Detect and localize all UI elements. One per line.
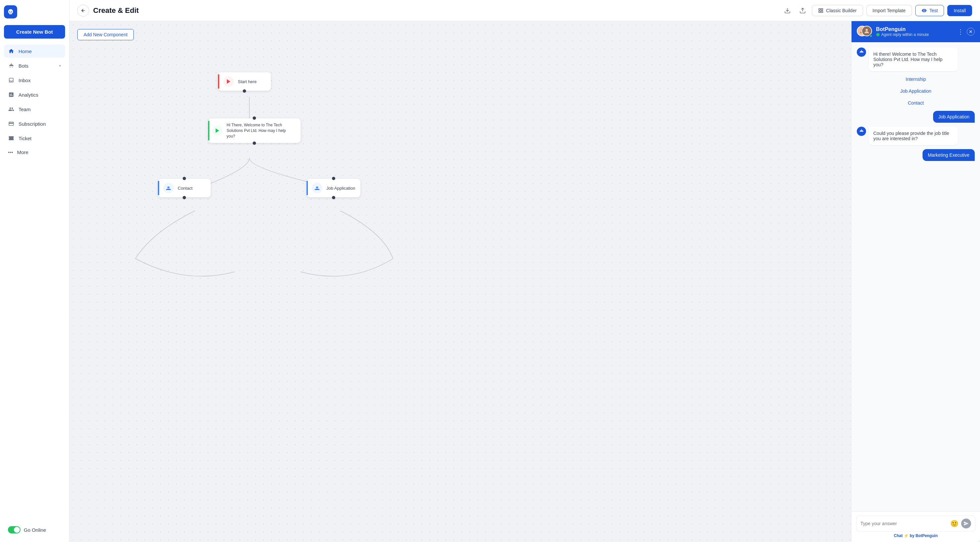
chat-panel: BotPenguin Agent reply within a minute ⋮… bbox=[851, 21, 980, 542]
svg-point-10 bbox=[876, 33, 880, 36]
chat-header-info: BotPenguin Agent reply within a minute bbox=[876, 26, 954, 37]
start-node-label: Start here bbox=[238, 79, 257, 84]
chat-option-internship[interactable]: Internship bbox=[857, 75, 975, 83]
sidebar-logo bbox=[4, 5, 17, 19]
sidebar-item-analytics-label: Analytics bbox=[19, 92, 38, 98]
sidebar-item-team[interactable]: Team bbox=[4, 103, 65, 116]
import-template-button[interactable]: Import Template bbox=[866, 5, 912, 16]
chat-avatar-group bbox=[857, 26, 873, 38]
emoji-icon[interactable]: 🙂 bbox=[950, 520, 959, 528]
chat-input-row: 🙂 bbox=[856, 516, 975, 531]
go-online-toggle[interactable] bbox=[8, 526, 21, 533]
add-component-button[interactable]: Add New Component bbox=[77, 29, 134, 40]
svg-rect-5 bbox=[821, 11, 823, 13]
bot-message-row-1: Hi there! Welcome to The Tech Solutions … bbox=[857, 48, 975, 71]
bots-arrow-icon: ▾ bbox=[59, 64, 61, 68]
flow-connections bbox=[69, 21, 851, 542]
upload-button[interactable] bbox=[797, 5, 808, 16]
chat-status: Agent reply within a minute bbox=[876, 32, 954, 37]
sidebar-item-ticket[interactable]: Ticket bbox=[4, 132, 65, 145]
bots-icon bbox=[8, 62, 14, 69]
bot-avatar-2 bbox=[857, 127, 866, 136]
user-message-bubble-2: Marketing Executive bbox=[923, 149, 975, 161]
sidebar-item-bots[interactable]: Bots ▾ bbox=[4, 59, 65, 72]
chat-header: BotPenguin Agent reply within a minute ⋮… bbox=[851, 21, 980, 42]
home-icon bbox=[8, 48, 14, 54]
lightning-icon: ⚡ bbox=[904, 533, 908, 538]
svg-marker-6 bbox=[227, 79, 231, 84]
contact-node[interactable]: Contact bbox=[158, 179, 211, 197]
svg-point-9 bbox=[866, 29, 868, 31]
chat-body: Hi there! Welcome to The Tech Solutions … bbox=[851, 42, 980, 511]
go-online-row: Go Online bbox=[4, 523, 65, 537]
user-message-row-2: Marketing Executive bbox=[857, 149, 975, 161]
bot-message-bubble-1: Hi there! Welcome to The Tech Solutions … bbox=[869, 48, 958, 71]
analytics-icon bbox=[8, 91, 14, 98]
svg-point-0 bbox=[9, 11, 10, 12]
user-message-bubble-1: Job Application bbox=[933, 111, 975, 123]
ticket-icon bbox=[8, 135, 14, 141]
online-indicator bbox=[869, 34, 873, 38]
sidebar-item-home[interactable]: Home bbox=[4, 44, 65, 58]
sidebar-item-ticket-label: Ticket bbox=[19, 136, 31, 141]
subscription-icon bbox=[8, 120, 14, 127]
inbox-icon bbox=[8, 77, 14, 84]
sidebar-more-label: More bbox=[17, 149, 29, 155]
chat-input[interactable] bbox=[861, 521, 948, 526]
chat-close-icon[interactable]: ✕ bbox=[967, 28, 975, 36]
test-label: Test bbox=[929, 8, 938, 13]
svg-rect-3 bbox=[821, 9, 823, 10]
svg-marker-7 bbox=[216, 128, 219, 133]
page-title: Create & Edit bbox=[93, 6, 778, 15]
sidebar-item-subscription-label: Subscription bbox=[19, 121, 46, 127]
flow-canvas[interactable]: Add New Component Start here bbox=[69, 21, 851, 542]
user-message-row-1: Job Application bbox=[857, 111, 975, 123]
chat-option-contact[interactable]: Contact bbox=[857, 99, 975, 107]
bot-avatar-1 bbox=[857, 48, 866, 57]
contact-node-label: Contact bbox=[178, 186, 192, 191]
header: Create & Edit Classic Builder Import Tem… bbox=[69, 0, 980, 21]
chat-menu-icon[interactable]: ⋮ bbox=[957, 28, 964, 36]
welcome-node-label: Hi There, Welcome to The Tech Solutions … bbox=[227, 122, 295, 139]
chat-header-actions: ⋮ ✕ bbox=[957, 28, 975, 36]
svg-point-1 bbox=[11, 11, 12, 12]
import-template-label: Import Template bbox=[873, 8, 906, 13]
sidebar-item-inbox[interactable]: Inbox bbox=[4, 74, 65, 87]
header-actions: Classic Builder Import Template Test Ins… bbox=[781, 5, 972, 16]
create-new-bot-button[interactable]: Create New Bot bbox=[4, 25, 65, 39]
canvas-wrapper: Add New Component Start here bbox=[69, 21, 980, 542]
test-button[interactable]: Test bbox=[915, 5, 944, 16]
back-button[interactable] bbox=[77, 5, 89, 16]
classic-builder-button[interactable]: Classic Builder bbox=[812, 5, 863, 16]
svg-rect-2 bbox=[819, 9, 821, 10]
bot-message-row-2: Could you please provide the job title y… bbox=[857, 127, 975, 145]
download-button[interactable] bbox=[781, 5, 793, 16]
install-button[interactable]: Install bbox=[947, 5, 972, 16]
chat-bot-name: BotPenguin bbox=[876, 26, 954, 32]
team-icon bbox=[8, 106, 14, 113]
chat-option-job-application[interactable]: Job Application bbox=[857, 87, 975, 95]
sidebar-item-team-label: Team bbox=[19, 106, 31, 112]
bot-message-bubble-2: Could you please provide the job title y… bbox=[869, 127, 958, 145]
welcome-node[interactable]: Hi There, Welcome to The Tech Solutions … bbox=[208, 119, 301, 143]
main-area: Create & Edit Classic Builder Import Tem… bbox=[69, 0, 980, 542]
sidebar: Create New Bot Home Bots ▾ Inbox Analyt bbox=[0, 0, 69, 542]
start-node[interactable]: Start here bbox=[218, 72, 271, 91]
chat-footer-brand: Chat ⚡ by BotPenguin bbox=[856, 533, 975, 538]
sidebar-item-inbox-label: Inbox bbox=[19, 78, 31, 83]
more-icon: ••• bbox=[8, 149, 13, 155]
sidebar-item-bots-label: Bots bbox=[19, 63, 29, 69]
job-application-node-label: Job Application bbox=[326, 186, 355, 191]
job-application-node[interactable]: Job Application bbox=[307, 179, 360, 197]
go-online-label: Go Online bbox=[24, 527, 46, 533]
sidebar-item-subscription[interactable]: Subscription bbox=[4, 117, 65, 130]
send-icon[interactable] bbox=[961, 518, 971, 528]
sidebar-nav: Home Bots ▾ Inbox Analytics Team bbox=[4, 44, 65, 523]
sidebar-item-analytics[interactable]: Analytics bbox=[4, 88, 65, 101]
sidebar-item-more[interactable]: ••• More bbox=[4, 146, 65, 158]
sidebar-item-home-label: Home bbox=[19, 49, 32, 54]
classic-builder-label: Classic Builder bbox=[826, 8, 857, 13]
install-label: Install bbox=[954, 8, 966, 13]
chat-footer: 🙂 Chat ⚡ by BotPenguin bbox=[851, 511, 980, 542]
svg-rect-4 bbox=[819, 11, 821, 13]
